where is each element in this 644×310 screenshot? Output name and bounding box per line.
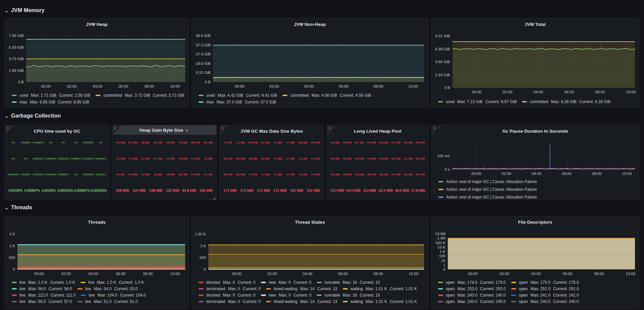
- legend-series-name[interactable]: live: [85, 286, 91, 291]
- legend-series-name[interactable]: blocked: [206, 293, 220, 298]
- legend-item[interactable]: waitingMax: 1.01 KCurrent: 1.01 K: [343, 286, 417, 291]
- panel-title-thread-states[interactable]: Thread States: [192, 216, 428, 226]
- chevron-down-icon[interactable]: [185, 128, 189, 132]
- legend-series-name[interactable]: live: [88, 280, 94, 285]
- info-icon[interactable]: i: [5, 125, 15, 135]
- panel-title-jvm-heap[interactable]: JVM Heap: [5, 18, 189, 29]
- legend-series-name[interactable]: open: [446, 286, 455, 291]
- legend-item[interactable]: openMax: 240.0Current: 240.0: [438, 293, 506, 298]
- section-header-threads[interactable]: Threads: [5, 204, 32, 211]
- legend-item[interactable]: openMax: 174.0Current: 173.0: [438, 280, 506, 285]
- panel-title-gc-max[interactable]: JVM GC Max Data Size Bytes: [220, 125, 324, 135]
- legend-item[interactable]: maxMax: 6.85 GiBCurrent: 6.85 GiB: [12, 100, 89, 104]
- legend-item[interactable]: terminatedMax: 0Current: 0: [199, 299, 261, 304]
- legend-series-name[interactable]: live: [19, 299, 25, 304]
- legend-item[interactable]: committedMax: 4.56 GiBCurrent: 4.56 GiB: [282, 93, 371, 98]
- legend-item[interactable]: blockedMax: 0Current: 0: [199, 280, 256, 285]
- legend-series-name[interactable]: used: [19, 93, 28, 98]
- legend-series-name[interactable]: terminated: [206, 299, 225, 304]
- chart-jvm-total[interactable]: 0 B2.33 GiB4.66 GiB6.98 GiB9.31 GiB00:00…: [431, 18, 639, 107]
- legend-item[interactable]: liveMax: 58.0Current: 57.0: [12, 299, 72, 304]
- legend-series-name[interactable]: used: [446, 99, 454, 104]
- legend-series-name[interactable]: open: [519, 286, 528, 291]
- legend-series-name[interactable]: Action: end of major GC | Cause: Allocat…: [446, 195, 537, 200]
- section-header-jvm-memory[interactable]: JVM Memory: [5, 7, 45, 14]
- legend-series-name[interactable]: terminated: [206, 286, 225, 291]
- legend-item[interactable]: waitingMax: 1.01 KCurrent: 1.01 K: [343, 299, 417, 304]
- panel-title-gc-pause[interactable]: Gc Pause Duration In Seconds: [432, 125, 639, 135]
- panel-title-file-descriptors[interactable]: File Descriptors: [431, 216, 639, 226]
- legend-item[interactable]: liveMax: 56.0Current: 56.0: [12, 286, 72, 291]
- legend-item[interactable]: liveMax: 54.0Current: 53.0: [77, 286, 138, 291]
- panel-title-jvm-nonheap[interactable]: JVM Non-Heap: [192, 18, 428, 29]
- panel-title-jvm-total[interactable]: JVM Total: [431, 18, 639, 29]
- legend-series-name[interactable]: live: [19, 293, 25, 298]
- legend-item[interactable]: committedMax: 8.28 GiBCurrent: 8.28 GiB: [522, 99, 610, 104]
- legend-series-name[interactable]: blocked: [206, 280, 220, 285]
- info-icon[interactable]: i: [432, 125, 442, 135]
- legend-item[interactable]: runnableMax: 16Current: 15: [317, 293, 380, 298]
- legend-series-name[interactable]: runnable: [324, 280, 340, 285]
- legend-series-name[interactable]: new: [269, 280, 276, 285]
- legend-series-name[interactable]: max: [206, 100, 214, 104]
- legend-item[interactable]: usedMax: 2.71 GiBCurrent: 2.55 GiB: [12, 93, 90, 98]
- legend-item[interactable]: openMax: 241.0Current: 241.0: [511, 293, 579, 298]
- legend-item[interactable]: newMax: 0Current: 0: [261, 280, 311, 285]
- legend-item[interactable]: blockedMax: 0Current: 0: [199, 293, 256, 298]
- legend-item[interactable]: liveMax: 1.0 KCurrent: 1.0 K: [80, 280, 144, 285]
- legend-series-name[interactable]: open: [446, 293, 455, 298]
- legend-series-name[interactable]: open: [519, 280, 528, 285]
- legend-series-name[interactable]: new: [269, 293, 276, 298]
- legend-series-name[interactable]: waiting: [351, 299, 363, 304]
- legend-item[interactable]: openMax: 240.0Current: 240.0: [511, 299, 579, 304]
- legend-item[interactable]: Action: end of major GC | Cause: Allocat…: [438, 195, 537, 200]
- legend-series-name[interactable]: waiting: [351, 286, 363, 291]
- legend-item[interactable]: newMax: 0Current: 0: [261, 293, 311, 298]
- resize-handle[interactable]: [212, 196, 216, 199]
- legend-series-name[interactable]: max: [19, 100, 27, 104]
- panel-title-threads[interactable]: Threads: [5, 216, 189, 226]
- legend-series-name[interactable]: Action: end of major GC | Cause: Allocat…: [446, 179, 537, 184]
- legend-item[interactable]: openMax: 252.0Current: 252.0: [511, 286, 579, 291]
- legend-series-name[interactable]: open: [519, 293, 528, 298]
- legend-series-name[interactable]: timed-waiting: [274, 299, 298, 304]
- legend-series-name[interactable]: committed: [103, 93, 122, 98]
- legend-series-name[interactable]: open: [446, 299, 455, 304]
- legend-item[interactable]: openMax: 175.0Current: 175.0: [511, 280, 579, 285]
- legend-series-name[interactable]: Action: end of major GC | Cause: Allocat…: [446, 187, 537, 192]
- info-icon[interactable]: i: [220, 125, 230, 135]
- legend-series-name[interactable]: committed: [290, 93, 309, 98]
- legend-item[interactable]: openMax: 253.0Current: 253.0: [438, 286, 506, 291]
- legend-item[interactable]: usedMax: 4.42 GiBCurrent: 4.41 GiB: [199, 93, 277, 98]
- legend-series-name[interactable]: used: [206, 93, 215, 98]
- legend-series-name[interactable]: runnable: [324, 293, 340, 298]
- legend-item[interactable]: timed-waitingMax: 14Current: 13: [266, 286, 337, 291]
- legend-series-name[interactable]: open: [519, 299, 528, 304]
- legend-item[interactable]: usedMax: 7.13 GiBCurrent: 6.97 GiB: [438, 99, 517, 104]
- legend-series-name[interactable]: live: [19, 286, 25, 291]
- legend-series-name[interactable]: live: [85, 299, 91, 304]
- panel-title-long-lived[interactable]: Long Lived Heap Pool: [327, 125, 428, 135]
- legend-series-name[interactable]: live: [89, 293, 95, 298]
- legend-item[interactable]: terminatedMax: 0Current: 0: [199, 286, 261, 291]
- section-header-garbage-collection[interactable]: Garbage Collection: [5, 112, 61, 120]
- legend-item[interactable]: liveMax: 51.0Current: 51.0: [77, 299, 138, 304]
- legend-item[interactable]: liveMax: 104.0Current: 104.0: [81, 293, 146, 298]
- legend-series-name[interactable]: live: [19, 280, 25, 285]
- legend-item[interactable]: runnableMax: 16Current: 15: [317, 280, 380, 285]
- legend-item[interactable]: openMax: 240.0Current: 240.0: [438, 299, 506, 304]
- legend-series-name[interactable]: open: [446, 280, 455, 285]
- legend-item[interactable]: committedMax: 3.72 GiBCurrent: 3.72 GiB: [96, 93, 184, 98]
- legend-item[interactable]: maxMax: 37.0 GiBCurrent: 37.0 GiB: [199, 100, 276, 104]
- legend-item[interactable]: timed-waitingMax: 14Current: 13: [266, 299, 337, 304]
- legend-item[interactable]: Action: end of major GC | Cause: Allocat…: [438, 179, 537, 184]
- info-icon[interactable]: i: [327, 125, 337, 135]
- panel-title-cpu-gc[interactable]: CPU time used by GC: [5, 125, 109, 135]
- legend-item[interactable]: liveMax: 1.0 KCurrent: 1.0 K: [12, 280, 75, 285]
- info-icon[interactable]: i: [112, 125, 122, 135]
- legend-item[interactable]: Action: end of major GC | Cause: Allocat…: [438, 187, 537, 192]
- legend-series-name[interactable]: committed: [530, 99, 548, 104]
- panel-title-heap-gain[interactable]: Heap Gain Byte Size: [112, 125, 216, 135]
- legend-series-name[interactable]: timed-waiting: [274, 286, 298, 291]
- legend-item[interactable]: liveMax: 112.0Current: 111.0: [12, 293, 75, 298]
